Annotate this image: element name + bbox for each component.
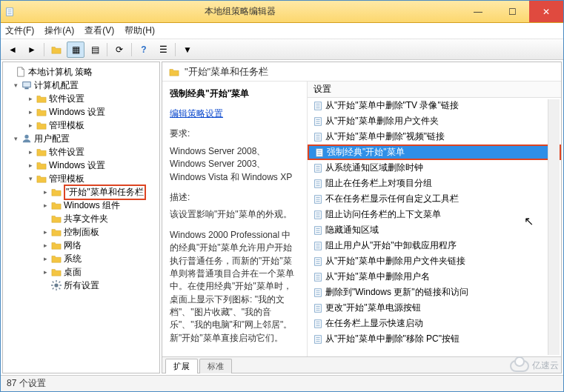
folder-icon bbox=[50, 239, 62, 251]
expander-icon[interactable]: ▸ bbox=[40, 242, 50, 249]
expander-icon[interactable]: ▸ bbox=[40, 228, 50, 236]
close-button[interactable]: ✕ bbox=[529, 1, 563, 22]
expander-icon[interactable]: ▸ bbox=[25, 95, 36, 102]
setting-label: 删除到"Windows 更新"的链接和访问 bbox=[325, 286, 468, 299]
scope-tree[interactable]: 本地计算机 策略 ▾计算机配置 ▸软件设置 ▸Windows 设置 ▸管理模板 … bbox=[2, 62, 160, 373]
folder-icon bbox=[36, 159, 47, 171]
expander-icon[interactable]: ▸ bbox=[40, 255, 50, 262]
setting-row[interactable]: 强制经典"开始"菜单 bbox=[308, 144, 561, 160]
tree-item[interactable]: 网络 bbox=[64, 239, 82, 252]
setting-row[interactable]: 删除到"Windows 更新"的链接和访问 bbox=[308, 285, 561, 300]
tree-item[interactable]: 共享文件夹 bbox=[64, 213, 108, 225]
edit-policy-link[interactable]: 编辑策略设置 bbox=[170, 108, 223, 119]
setting-row[interactable]: 从"开始"菜单中删除"TV 录像"链接 bbox=[308, 98, 561, 113]
tree-item[interactable]: 软件设置 bbox=[49, 146, 84, 159]
setting-icon bbox=[312, 131, 324, 143]
minimize-button[interactable]: — bbox=[461, 1, 495, 22]
setting-label: 隐藏通知区域 bbox=[325, 224, 379, 236]
view-tabs: 扩展 标准 bbox=[162, 356, 561, 373]
setting-icon bbox=[312, 116, 324, 127]
maximize-button[interactable]: ☐ bbox=[495, 1, 529, 22]
up-button[interactable] bbox=[47, 41, 65, 58]
help-button[interactable]: ? bbox=[135, 41, 153, 58]
properties-button[interactable]: ☰ bbox=[154, 41, 172, 58]
tree-item[interactable]: Windows 设置 bbox=[49, 106, 105, 119]
tree-item[interactable]: 控制面板 bbox=[64, 226, 99, 239]
filter-button[interactable]: ▼ bbox=[179, 41, 196, 58]
setting-icon bbox=[312, 240, 324, 252]
gear-icon bbox=[50, 279, 62, 291]
setting-icon bbox=[312, 318, 324, 330]
setting-icon bbox=[312, 256, 324, 268]
setting-row[interactable]: 从"开始"菜单中删除用户名 bbox=[308, 269, 561, 285]
folder-icon bbox=[36, 93, 47, 104]
show-hide-tree-button[interactable]: ▦ bbox=[67, 41, 84, 58]
setting-row[interactable]: 隐藏通知区域 bbox=[308, 222, 561, 238]
setting-row[interactable]: 阻止用户从"开始"中卸载应用程序 bbox=[308, 238, 561, 253]
tree-start-menu-taskbar[interactable]: "开始"菜单和任务栏 bbox=[64, 185, 146, 200]
menu-action[interactable]: 操作(A) bbox=[44, 24, 74, 37]
setting-row[interactable]: 从"开始"菜单中删除"移除 PC"按钮 bbox=[308, 331, 561, 347]
setting-row[interactable]: 阻止访问任务栏的上下文菜单 bbox=[308, 207, 561, 222]
tree-all-settings[interactable]: 所有设置 bbox=[64, 279, 99, 292]
expander-icon[interactable]: ▾ bbox=[25, 175, 36, 182]
tree-item[interactable]: 系统 bbox=[64, 253, 82, 265]
expander-icon[interactable]: ▸ bbox=[40, 202, 50, 209]
col-setting-label: 设置 bbox=[313, 83, 331, 96]
expander-icon[interactable]: ▸ bbox=[40, 188, 50, 196]
tree-item[interactable]: 桌面 bbox=[64, 266, 82, 279]
refresh-button[interactable]: ⟳ bbox=[110, 41, 128, 58]
computer-icon bbox=[21, 79, 33, 91]
description-label: 描述: bbox=[170, 191, 299, 204]
setting-label: 从"开始"菜单中删除"TV 录像"链接 bbox=[325, 99, 459, 112]
folder-icon bbox=[36, 119, 47, 131]
description-body: 该设置影响"开始"菜单的外观。 bbox=[170, 208, 299, 221]
setting-label: 从"开始"菜单中删除"视频"链接 bbox=[325, 130, 445, 143]
setting-row[interactable]: 从"开始"菜单中删除"视频"链接 bbox=[308, 129, 561, 144]
menu-help[interactable]: 帮助(H) bbox=[125, 24, 155, 37]
folder-icon bbox=[50, 226, 62, 238]
requirements-label: 要求: bbox=[170, 127, 299, 140]
menubar: 文件(F) 操作(A) 查看(V) 帮助(H) bbox=[1, 23, 563, 39]
cloud-icon bbox=[510, 360, 529, 372]
tree-user-config[interactable]: 用户配置 bbox=[34, 133, 70, 145]
tree-item[interactable]: Windows 组件 bbox=[64, 199, 120, 212]
tree-root[interactable]: 本地计算机 策略 bbox=[28, 66, 93, 79]
export-button[interactable]: ▤ bbox=[86, 41, 104, 58]
setting-row[interactable]: 阻止在任务栏上对项目分组 bbox=[308, 176, 561, 191]
menu-view[interactable]: 查看(V) bbox=[84, 24, 114, 37]
setting-row[interactable]: 从系统通知区域删除时钟 bbox=[308, 160, 561, 176]
forward-button[interactable]: ► bbox=[23, 41, 41, 58]
detail-pane: 强制经典"开始"菜单 编辑策略设置 要求: Windows Server 200… bbox=[162, 82, 308, 356]
menu-file[interactable]: 文件(F) bbox=[5, 24, 34, 37]
expander-icon[interactable]: ▸ bbox=[25, 148, 36, 156]
back-button[interactable]: ◄ bbox=[4, 41, 21, 58]
tab-standard[interactable]: 标准 bbox=[199, 359, 232, 373]
tree-item[interactable]: 软件设置 bbox=[49, 93, 84, 105]
status-text: 87 个设置 bbox=[7, 377, 46, 390]
setting-icon bbox=[312, 287, 324, 299]
expander-icon[interactable]: ▸ bbox=[25, 162, 36, 169]
setting-row[interactable]: 更改"开始"菜单电源按钮 bbox=[308, 300, 561, 316]
setting-row[interactable]: 在任务栏上显示快速启动 bbox=[308, 316, 561, 331]
scrollbar[interactable] bbox=[548, 99, 560, 355]
expander-icon[interactable]: ▾ bbox=[10, 82, 21, 89]
setting-row[interactable]: 从"开始"菜单中删除用户文件夹链接 bbox=[308, 253, 561, 269]
tree-computer-config[interactable]: 计算机配置 bbox=[34, 79, 79, 92]
titlebar: 本地组策略编辑器 — ☐ ✕ bbox=[1, 1, 563, 23]
expander-icon[interactable]: ▸ bbox=[25, 122, 36, 129]
tree-item[interactable]: 管理模板 bbox=[49, 119, 84, 132]
setting-icon bbox=[313, 147, 325, 159]
setting-row[interactable]: 从"开始"菜单删除用户文件夹 bbox=[308, 113, 561, 129]
column-header[interactable]: 设置 bbox=[308, 82, 561, 98]
tree-admin-templates[interactable]: 管理模板 bbox=[49, 173, 84, 185]
tree-item[interactable]: Windows 设置 bbox=[49, 159, 105, 172]
setting-row[interactable]: 不在任务栏显示任何自定义工具栏 bbox=[308, 191, 561, 207]
setting-label: 不在任务栏显示任何自定义工具栏 bbox=[325, 193, 459, 205]
expander-icon[interactable]: ▾ bbox=[10, 135, 21, 142]
watermark-text: 亿速云 bbox=[532, 359, 559, 372]
results-header: "开始"菜单和任务栏 bbox=[162, 62, 561, 82]
expander-icon[interactable]: ▸ bbox=[25, 108, 36, 116]
expander-icon[interactable]: ▸ bbox=[40, 268, 50, 276]
tab-extended[interactable]: 扩展 bbox=[165, 359, 198, 373]
